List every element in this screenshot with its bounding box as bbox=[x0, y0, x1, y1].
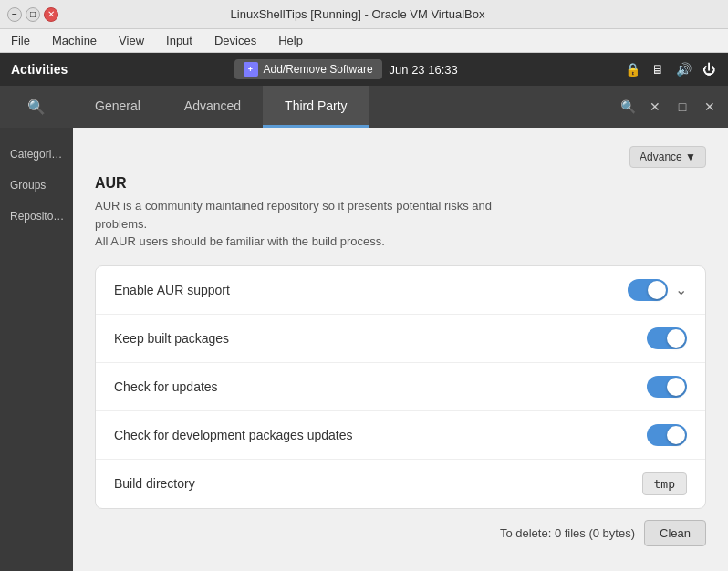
check-updates-controls bbox=[647, 376, 687, 398]
keep-built-controls bbox=[647, 327, 687, 349]
setting-row-check-dev: Check for development packages updates bbox=[96, 411, 705, 460]
app-launcher-button[interactable]: + Add/Remove Software bbox=[234, 59, 382, 79]
sidebar-item-repositories[interactable]: Reposito… bbox=[0, 201, 73, 232]
check-updates-label: Check for updates bbox=[114, 379, 218, 394]
menu-devices[interactable]: Devices bbox=[211, 32, 260, 49]
os-time: Jun 23 16:33 bbox=[390, 63, 458, 77]
build-dir-value[interactable]: tmp bbox=[642, 472, 687, 495]
keep-built-label: Keep built packages bbox=[114, 331, 229, 346]
sidebar-header-search: 🔍 bbox=[0, 86, 73, 128]
close-button[interactable]: ✕ bbox=[44, 7, 58, 22]
menu-help[interactable]: Help bbox=[275, 32, 307, 49]
tab-general[interactable]: General bbox=[73, 86, 162, 128]
tabs-area: General Advanced Third Party bbox=[73, 86, 609, 128]
activities-button[interactable]: Activities bbox=[11, 62, 68, 77]
clean-button[interactable]: Clean bbox=[644, 520, 706, 546]
check-dev-label: Check for development packages updates bbox=[114, 428, 353, 442]
app-window: 🔍 General Advanced Third Party 🔍 ✕ □ ✕ C… bbox=[0, 86, 728, 571]
to-delete-text: To delete: 0 files (0 bytes) bbox=[500, 526, 635, 540]
enable-aur-knob bbox=[648, 281, 666, 299]
menu-view[interactable]: View bbox=[115, 32, 148, 49]
app-body: Categori… Groups Reposito… Advance ▼ AUR… bbox=[0, 128, 728, 571]
title-bar-text: LinuxShellTips [Running] - Oracle VM Vir… bbox=[58, 7, 657, 21]
check-dev-toggle[interactable] bbox=[647, 424, 687, 446]
main-content: Advance ▼ AUR AUR is a community maintai… bbox=[73, 128, 728, 571]
restore-button[interactable]: □ bbox=[26, 7, 40, 22]
os-top-bar: Activities + Add/Remove Software Jun 23 … bbox=[0, 53, 728, 86]
menu-file[interactable]: File bbox=[7, 32, 34, 49]
app-launcher-icon: + bbox=[244, 62, 258, 77]
tab-advanced[interactable]: Advanced bbox=[162, 86, 263, 128]
content-header-row: Advance ▼ bbox=[95, 146, 706, 168]
title-bar: − □ ✕ LinuxShellTips [Running] - Oracle … bbox=[0, 0, 728, 29]
build-dir-row: Build directory tmp bbox=[96, 460, 705, 508]
sidebar-item-categories[interactable]: Categori… bbox=[0, 139, 73, 170]
aur-title: AUR bbox=[95, 175, 706, 192]
menu-input[interactable]: Input bbox=[162, 32, 196, 49]
power-icon[interactable]: ⏻ bbox=[701, 61, 717, 78]
settings-card: Enable AUR support ⌄ Keep built packages bbox=[95, 265, 706, 509]
enable-aur-toggle[interactable] bbox=[628, 279, 668, 301]
menu-machine[interactable]: Machine bbox=[48, 32, 100, 49]
title-bar-buttons: − □ ✕ bbox=[7, 7, 58, 22]
check-updates-knob bbox=[667, 378, 685, 396]
sidebar: Categori… Groups Reposito… bbox=[0, 128, 73, 571]
tab-third-party[interactable]: Third Party bbox=[263, 86, 369, 128]
display-icon[interactable]: 🖥 bbox=[650, 61, 666, 78]
keep-built-toggle[interactable] bbox=[647, 327, 687, 349]
os-tray: 🔒 🖥 🔊 ⏻ bbox=[624, 61, 717, 78]
search-icon[interactable]: 🔍 bbox=[27, 99, 46, 116]
app-launcher-label: Add/Remove Software bbox=[264, 63, 373, 76]
chevron-down-icon[interactable]: ⌄ bbox=[675, 281, 687, 298]
setting-row-keep-built: Keep built packages bbox=[96, 315, 705, 363]
header-search-button[interactable]: 🔍 bbox=[615, 94, 640, 119]
advance-dropdown[interactable]: Advance ▼ bbox=[629, 146, 706, 168]
check-dev-knob bbox=[667, 426, 685, 444]
footer-row: To delete: 0 files (0 bytes) Clean bbox=[95, 509, 706, 546]
shield-icon[interactable]: 🔒 bbox=[624, 61, 640, 78]
header-restore-button[interactable]: □ bbox=[670, 94, 695, 119]
setting-row-check-updates: Check for updates bbox=[96, 363, 705, 411]
enable-aur-label: Enable AUR support bbox=[114, 283, 230, 297]
volume-icon[interactable]: 🔊 bbox=[675, 61, 692, 78]
header-close-x-button[interactable]: ✕ bbox=[642, 94, 668, 119]
build-dir-label: Build directory bbox=[114, 476, 195, 491]
check-updates-toggle[interactable] bbox=[647, 376, 687, 398]
minimize-button[interactable]: − bbox=[7, 7, 22, 22]
os-center: + Add/Remove Software Jun 23 16:33 bbox=[234, 59, 458, 79]
keep-built-knob bbox=[667, 329, 685, 348]
aur-description: AUR is a community maintained repository… bbox=[95, 197, 706, 251]
check-dev-controls bbox=[647, 424, 687, 446]
setting-row-enable-aur: Enable AUR support ⌄ bbox=[96, 266, 705, 315]
header-close-button[interactable]: ✕ bbox=[697, 94, 723, 119]
app-header: 🔍 General Advanced Third Party 🔍 ✕ □ ✕ bbox=[0, 86, 728, 128]
menu-bar: File Machine View Input Devices Help bbox=[0, 29, 728, 53]
enable-aur-controls: ⌄ bbox=[628, 279, 687, 301]
sidebar-item-groups[interactable]: Groups bbox=[0, 170, 73, 201]
header-actions: 🔍 ✕ □ ✕ bbox=[609, 86, 728, 128]
